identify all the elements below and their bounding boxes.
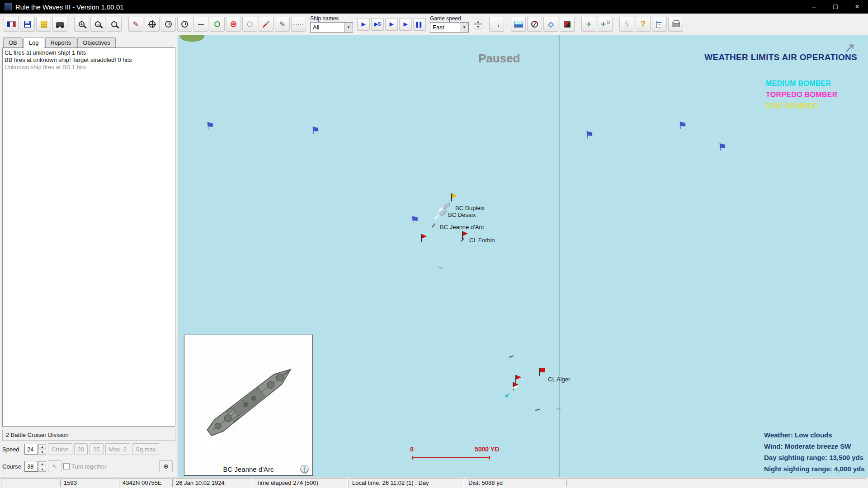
advance-30-button[interactable]: ▶ (399, 18, 412, 31)
nation-flag-button[interactable] (4, 17, 19, 32)
range-line-button[interactable] (259, 17, 274, 32)
almanac-button[interactable] (36, 17, 51, 32)
speed-sqmax-button[interactable]: Sq max (132, 443, 159, 455)
compass-icon (531, 21, 538, 28)
log-entry: BB fires at unknown ship! Target straddl… (5, 56, 173, 64)
red-marker-button[interactable] (226, 17, 241, 32)
air-missions-button[interactable]: ✈ (581, 17, 596, 32)
cursor-icon: ↖ (52, 463, 57, 470)
print-button[interactable] (668, 17, 683, 32)
ship-marker[interactable] (432, 223, 435, 227)
course-label: Course (2, 463, 23, 470)
range-circle-icon (181, 21, 188, 28)
compass-button[interactable] (527, 17, 542, 32)
zoom-fit-button[interactable] (107, 17, 122, 32)
ship-names-select[interactable]: All ▼ (310, 22, 353, 33)
speed-spin-up-button[interactable]: ▲ (474, 19, 482, 24)
status-counter: 1593 (60, 479, 118, 487)
ship-label: BC Jeanne d'Arc (440, 224, 484, 230)
game-speed-spinner: ▲ ▼ (474, 19, 482, 29)
draw-button[interactable]: ✎ (128, 17, 143, 32)
app-window: Rule the Waves III - Version 1.00.01 – □… (0, 0, 868, 488)
battle-log-list[interactable]: CL fires at unknown ship! 1 hits BB fire… (2, 47, 175, 427)
intel-button[interactable] (52, 17, 67, 32)
speed-cruise-button[interactable]: Cruise (48, 443, 72, 455)
advance-15-button[interactable]: ▶ (385, 18, 398, 31)
weather-info: Weather: Low clouds (764, 431, 832, 439)
strike-button[interactable]: ϟ (619, 17, 634, 32)
course-input[interactable]: 38 (24, 461, 38, 472)
protractor-button[interactable]: ◇ (543, 17, 558, 32)
status-coordinates: 4342N 00755E (119, 479, 171, 487)
game-speed-value: Fast (433, 24, 444, 31)
save-button[interactable] (20, 17, 35, 32)
contact-flag-icon[interactable]: ⚑ (678, 120, 688, 131)
pencil-button[interactable]: ✎ (275, 17, 290, 32)
tab-reports[interactable]: Reports (45, 37, 77, 47)
gray-marker-button[interactable] (242, 17, 257, 32)
division-flag-icon[interactable] (421, 234, 427, 242)
range-circle-button[interactable] (177, 17, 192, 32)
wind-info: Wind: Moderate breeze SW (764, 442, 851, 450)
log-entry: Unknown ship fires at BB 1 hits (5, 64, 173, 71)
game-speed-select[interactable]: Fast ▼ (430, 22, 469, 33)
green-marker-button[interactable] (210, 17, 225, 32)
tab-log[interactable]: Log (24, 37, 44, 48)
anchor-icon[interactable]: ⚓ (300, 465, 309, 474)
contact-flag-icon[interactable]: ⚑ (311, 125, 321, 136)
speed-input[interactable]: 24 (24, 444, 38, 455)
maximize-button[interactable]: □ (825, 0, 846, 14)
ship-names-label: Ship names (310, 16, 353, 22)
tab-objectives[interactable]: Objectives (77, 37, 116, 47)
minimize-button[interactable]: – (803, 0, 825, 14)
speed-spin-down-button[interactable]: ▼ (474, 24, 482, 29)
status-distance: Dist: 5088 yd (465, 479, 566, 487)
advance-1-button[interactable]: ▶ (357, 18, 370, 31)
time-circle-button[interactable] (161, 17, 176, 32)
zoom-out-button[interactable]: − (90, 17, 105, 32)
speed-20-button[interactable]: 20 (74, 443, 88, 455)
red-line-icon (263, 21, 270, 28)
contact-mark (556, 408, 561, 410)
contact-flag-icon[interactable]: ⚑ (410, 215, 420, 225)
next-event-button[interactable]: → (489, 17, 504, 32)
weather-button[interactable] (511, 17, 526, 32)
course-down-button[interactable]: ▼ (38, 467, 46, 472)
contact-flag-icon[interactable]: ⚑ (717, 142, 727, 153)
minus-button[interactable]: — (193, 17, 208, 32)
helm-button[interactable] (145, 17, 160, 32)
diamond-icon: ◇ (548, 20, 553, 28)
speed-25-button[interactable]: 25 (90, 443, 103, 455)
panel-tabs: OB Log Reports Objectives (3, 37, 175, 47)
battle-map[interactable]: Paused ↗ WEATHER LIMITS AIR OPERATIONS M… (178, 35, 868, 477)
squadron-flag-icon[interactable] (539, 368, 545, 376)
set-course-button[interactable]: ↖ (48, 460, 61, 472)
legend-torpedo-bomber: TORPEDO BOMBER (766, 91, 838, 99)
help-button[interactable]: ? (636, 17, 651, 32)
speed-up-button[interactable]: ▲ (38, 444, 46, 449)
ship-marker[interactable] (461, 238, 464, 242)
dotted-line-button[interactable]: ····· (291, 17, 306, 32)
signal-flag-icon (564, 21, 571, 28)
ship-marker[interactable] (439, 210, 447, 217)
contact-flag-icon[interactable]: ⚑ (205, 121, 215, 131)
pause-button[interactable]: ▌▌ (413, 18, 426, 31)
close-button[interactable]: × (846, 0, 868, 14)
ship-label: CL Forbin (469, 237, 495, 244)
zoom-in-button[interactable]: + (74, 17, 89, 32)
tab-ob[interactable]: OB (3, 37, 23, 47)
air-settings-button[interactable]: ✈ (598, 17, 613, 32)
contact-flag-icon[interactable]: ⚑ (585, 130, 594, 141)
advance-5-button[interactable]: ▶5 (371, 18, 384, 31)
speed-max2-button[interactable]: Max -2 (105, 443, 131, 455)
encyclopedia-button[interactable] (652, 17, 667, 32)
signal-button[interactable] (560, 17, 575, 32)
title-bar: Rule the Waves III - Version 1.00.01 – □… (0, 0, 868, 14)
formation-target-button[interactable]: ⊕ (159, 460, 173, 472)
ship-top-view (184, 335, 312, 475)
speed-down-button[interactable]: ▼ (38, 450, 46, 455)
ship-marker[interactable] (443, 202, 451, 210)
flagship-pennant-icon[interactable] (451, 193, 458, 202)
course-up-button[interactable]: ▲ (38, 461, 46, 466)
turn-together-checkbox[interactable] (63, 463, 70, 469)
